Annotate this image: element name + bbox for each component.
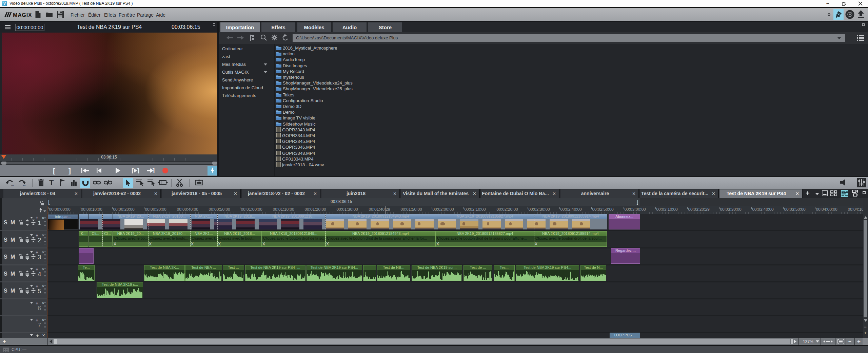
svg-text:...: ... xyxy=(182,184,184,187)
svg-text:...: ... xyxy=(11,183,14,186)
svg-text:...: ... xyxy=(23,183,26,186)
svg-text:]: ] xyxy=(153,168,155,173)
svg-text:...: ... xyxy=(200,184,203,186)
svg-text:]: ] xyxy=(137,168,139,173)
svg-text:...: ... xyxy=(845,183,848,187)
svg-text:[: [ xyxy=(132,168,134,173)
svg-text:MAGIX: MAGIX xyxy=(13,12,32,18)
